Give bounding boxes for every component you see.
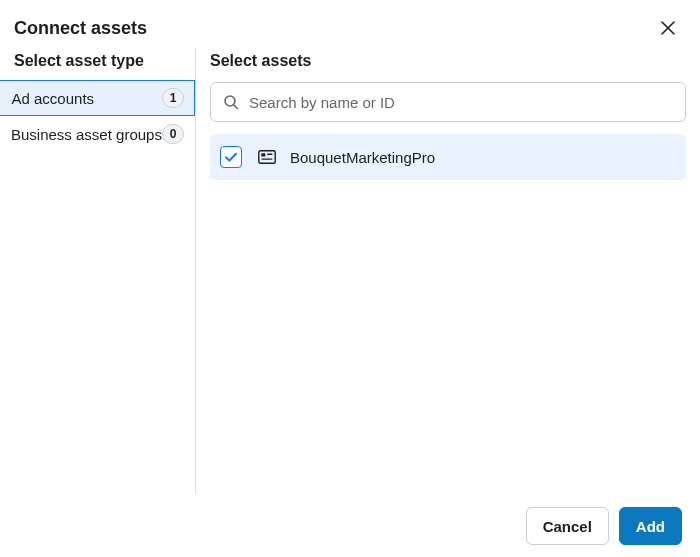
close-button[interactable] <box>654 14 682 42</box>
checkmark-icon <box>224 150 238 164</box>
dialog-title: Connect assets <box>14 18 147 39</box>
asset-type-count-badge: 0 <box>162 124 184 144</box>
svg-rect-3 <box>267 154 273 155</box>
search-input[interactable] <box>249 94 673 111</box>
svg-rect-1 <box>259 151 275 163</box>
ad-account-icon <box>258 150 276 164</box>
asset-type-label: Ad accounts <box>12 90 95 107</box>
asset-type-label: Business asset groups <box>11 126 162 143</box>
asset-type-business-asset-groups[interactable]: Business asset groups 0 <box>0 116 195 152</box>
asset-row[interactable]: BouquetMarketingPro <box>210 134 686 180</box>
search-icon <box>223 94 239 110</box>
left-pane: Select asset type Ad accounts 1 Business… <box>0 48 196 493</box>
select-assets-heading: Select assets <box>210 48 686 80</box>
asset-type-ad-accounts[interactable]: Ad accounts 1 <box>0 80 195 116</box>
dialog-content: Select asset type Ad accounts 1 Business… <box>0 48 700 493</box>
asset-list: BouquetMarketingPro <box>210 134 686 180</box>
dialog-header: Connect assets <box>0 0 700 48</box>
close-icon <box>660 20 676 36</box>
asset-type-count-badge: 1 <box>162 88 184 108</box>
svg-rect-4 <box>261 158 272 159</box>
dialog-footer: Cancel Add <box>526 507 682 545</box>
asset-checkbox[interactable] <box>220 146 242 168</box>
search-box[interactable] <box>210 82 686 122</box>
cancel-button[interactable]: Cancel <box>526 507 609 545</box>
asset-type-list: Ad accounts 1 Business asset groups 0 <box>0 80 195 152</box>
asset-type-heading: Select asset type <box>0 48 195 80</box>
asset-name: BouquetMarketingPro <box>290 149 435 166</box>
svg-rect-2 <box>261 153 265 156</box>
add-button[interactable]: Add <box>619 507 682 545</box>
right-pane: Select assets <box>196 48 700 493</box>
